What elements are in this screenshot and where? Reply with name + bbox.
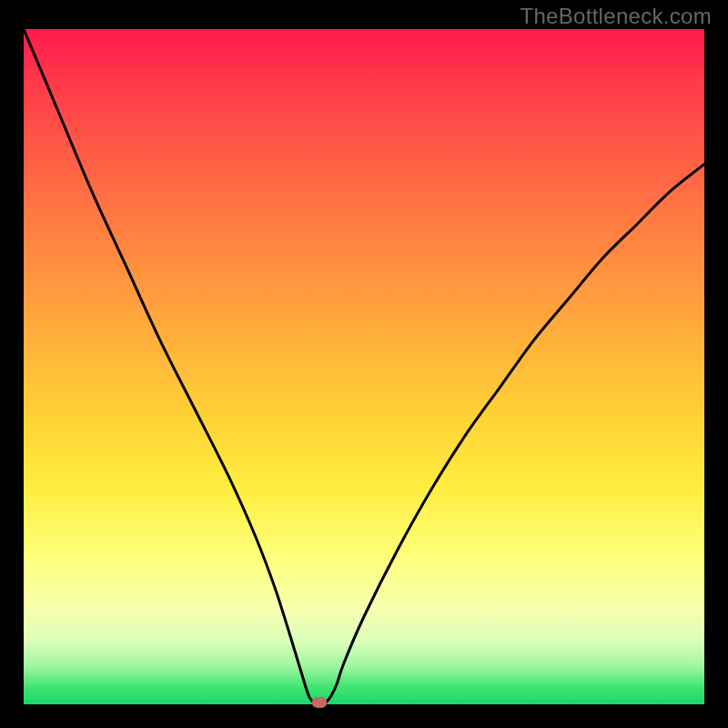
curve-svg bbox=[24, 29, 704, 704]
watermark-text: TheBottleneck.com bbox=[520, 4, 712, 29]
bottleneck-curve-path bbox=[24, 29, 704, 704]
chart-frame: TheBottleneck.com bbox=[0, 0, 728, 728]
plot-area bbox=[24, 29, 704, 704]
optimum-marker bbox=[312, 697, 327, 708]
